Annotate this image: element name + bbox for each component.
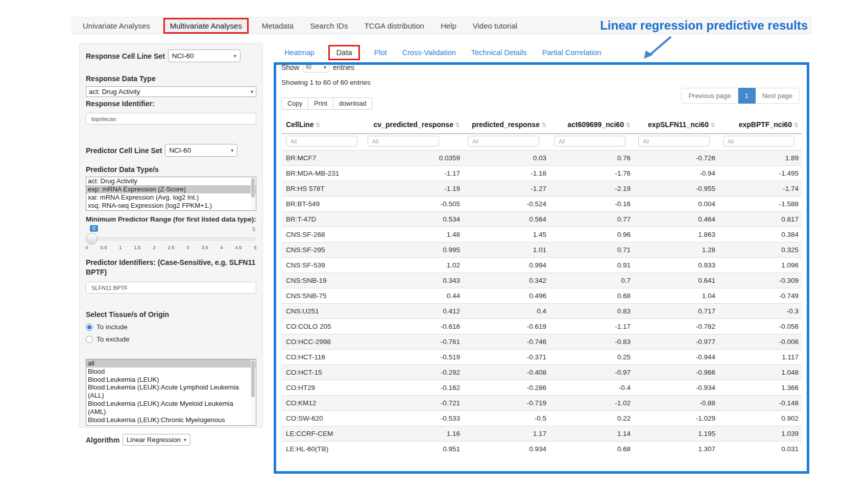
column-header-expslfn11-nci60[interactable]: expSLFN11_nci60⇅: [634, 116, 718, 134]
value-cell: -0.533: [363, 411, 463, 426]
annotation-arrow-icon: [637, 34, 678, 63]
tissue-option-blood[interactable]: Blood: [86, 368, 256, 376]
min-predictor-range-slider[interactable]: 0 5 00.511.522.533.544.55: [86, 225, 256, 254]
filter-input-cv-predicted-response[interactable]: All: [368, 136, 439, 147]
response-cell-line-set-select[interactable]: NCI-60 ▾: [168, 50, 240, 62]
column-header-expbptf-nci60[interactable]: expBPTF_nci60⇅: [718, 116, 802, 134]
column-header-act609699-nci60[interactable]: act609699_nci60⇅: [549, 116, 634, 134]
table-row[interactable]: CO:HT29-0.162-0.286-0.4-0.9341.366: [281, 380, 802, 396]
table-row[interactable]: CNS:SNB-190.3430.3420.70.641-0.309: [281, 273, 802, 288]
page-1-button[interactable]: 1: [738, 88, 756, 104]
table-row[interactable]: BR:BT-549-0.505-0.524-0.160.004-1.588: [281, 197, 802, 212]
table-row[interactable]: CNS:SNB-750.440.4960.681.04-0.749: [281, 288, 802, 304]
table-row[interactable]: CO:KM12-0.721-0.719-1.02-0.88-0.148: [281, 396, 802, 411]
table-row[interactable]: BR:MCF70.03590.030.76-0.7261.89: [281, 151, 802, 166]
tab-technical-details[interactable]: Technical Details: [471, 48, 527, 57]
previous-page-button[interactable]: Previous page: [681, 88, 738, 104]
analysis-settings-sidebar: Response Cell Line Set NCI-60 ▾ Response…: [79, 43, 263, 428]
predictor-type-option-xai[interactable]: xai: mRNA Expression (Avg. log2 Int.): [86, 193, 256, 202]
tissue-option-blood-leukemia-leuk-chronic-myelogenous-[interactable]: Blood:Leukemia (LEUK):Chronic Myelogenou…: [86, 416, 256, 426]
value-cell: -0.749: [718, 288, 802, 304]
value-cell: 1.117: [718, 350, 802, 365]
nav-item-search-ids[interactable]: Search IDs: [310, 21, 348, 30]
table-row[interactable]: CO:COLO 205-0.616-0.619-1.17-0.782-0.056: [281, 319, 802, 334]
table-row[interactable]: CNS:SF-2681.481.450.961.8630.384: [281, 227, 802, 242]
cell-line-name: CO:HCT-15: [281, 365, 363, 380]
column-header-cv-predicted-response[interactable]: cv_predicted_response⇅: [363, 116, 463, 134]
table-row[interactable]: BR:MDA-MB-231-1.17-1.18-1.76-0.94-1.495: [281, 166, 802, 181]
table-row[interactable]: BR:HS 578T-1.19-1.27-2.19-0.955-1.74: [281, 181, 802, 197]
copy-button[interactable]: Copy: [281, 97, 308, 110]
table-row[interactable]: LE:HL-60(TB)0.9510.9340.681.3070.031: [281, 442, 802, 457]
predictor-data-types-listbox[interactable]: act: Drug Activityexp: mRNA Expression (…: [86, 177, 256, 211]
download-button[interactable]: download: [333, 97, 373, 110]
sort-icon[interactable]: ⇅: [793, 121, 799, 129]
scrollbar[interactable]: [251, 360, 255, 425]
show-entries-select[interactable]: 60 ▾: [303, 62, 329, 72]
scrollbar[interactable]: [251, 178, 255, 210]
nav-item-video-tutorial[interactable]: Video tutorial: [473, 21, 517, 30]
filter-cell-expslfn11-nci60: All: [634, 134, 718, 151]
radio-to-include[interactable]: [86, 324, 93, 331]
results-table: CellLine⇅cv_predicted_response⇅predicted…: [281, 116, 802, 456]
tissue-option-blood-leukemia-leuk[interactable]: Blood:Leukemia (LEUK): [86, 376, 256, 384]
value-cell: 1.096: [718, 258, 802, 273]
nav-item-help[interactable]: Help: [441, 21, 456, 30]
predictor-identifiers-input[interactable]: SLFN11 BPTF: [86, 282, 256, 294]
annotation-text: Linear regression predictive results: [600, 18, 808, 33]
filter-input-predicted-response[interactable]: All: [468, 136, 539, 147]
sort-icon[interactable]: ⇅: [625, 121, 631, 129]
filter-input-expbptf-nci60[interactable]: All: [723, 136, 794, 147]
table-row[interactable]: LE:CCRF-CEM1.161.171.141.1951.039: [281, 426, 802, 442]
tab-cross-validation[interactable]: Cross-Validation: [402, 48, 455, 57]
table-row[interactable]: CO:HCC-2998-0.761-0.746-0.83-0.977-0.006: [281, 334, 802, 350]
tissue-option-blood-leukemia-leuk-acute-myeloid-leukem[interactable]: Blood:Leukemia (LEUK):Acute Myeloid Leuk…: [86, 400, 256, 416]
predictor-type-option-act[interactable]: act: Drug Activity: [86, 177, 256, 185]
response-data-type-select[interactable]: act: Drug Activity ▾: [86, 86, 256, 97]
response-identifier-input[interactable]: topotecan: [86, 113, 256, 125]
slider-handle[interactable]: [86, 233, 98, 245]
tab-data[interactable]: Data: [328, 45, 360, 60]
table-row[interactable]: CNS:SF-5391.020.9940.910.9331.096: [281, 258, 802, 273]
print-button[interactable]: Print: [308, 97, 333, 110]
value-cell: -0.056: [718, 319, 802, 334]
table-row[interactable]: CO:SW-620-0.533-0.50.22-1.0290.902: [281, 411, 802, 426]
column-header-predicted-response[interactable]: predicted_response⇅: [463, 116, 549, 134]
tissue-option-all[interactable]: all: [86, 359, 256, 368]
value-cell: -0.309: [718, 273, 802, 288]
sort-icon[interactable]: ⇅: [455, 121, 460, 129]
filter-input-expslfn11-nci60[interactable]: All: [638, 136, 710, 147]
table-row[interactable]: BR:T-47D0.5340.5640.770.4640.817: [281, 212, 802, 227]
filter-input-act609699-nci60[interactable]: All: [554, 136, 625, 147]
value-cell: -1.27: [463, 181, 549, 197]
radio-to-exclude[interactable]: [86, 336, 93, 343]
algorithm-select[interactable]: Linear Regression ▾: [123, 434, 190, 446]
nav-item-metadata[interactable]: Metadata: [262, 21, 294, 30]
table-row[interactable]: CO:HCT-116-0.519-0.3710.25-0.9441.117: [281, 350, 802, 365]
nav-item-multivariate-analyses[interactable]: Multivariate Analyses: [163, 18, 249, 34]
table-row[interactable]: CNS:U2510.4120.40.830.717-0.3: [281, 304, 802, 319]
table-row[interactable]: CNS:SF-2950.9951.010.711.280.325: [281, 242, 802, 258]
sort-icon[interactable]: ⇅: [315, 121, 320, 129]
next-page-button[interactable]: Next page: [756, 88, 800, 104]
tissue-option-blood-leukemia-leuk-acute-lymphoid-leuke[interactable]: Blood:Leukemia (LEUK):Acute Lymphoid Leu…: [86, 383, 256, 400]
value-cell: -1.18: [463, 166, 549, 181]
nav-item-tcga-distribution[interactable]: TCGA distribution: [364, 21, 424, 30]
filter-input-cellline[interactable]: All: [286, 136, 357, 147]
tissue-listbox[interactable]: allBloodBlood:Leukemia (LEUK)Blood:Leuke…: [86, 359, 256, 426]
sort-icon[interactable]: ⇅: [710, 121, 715, 129]
slider-track[interactable]: [87, 237, 255, 240]
value-cell: 1.02: [363, 258, 463, 273]
tab-partial-correlation[interactable]: Partial Correlation: [542, 48, 601, 57]
table-row[interactable]: CO:HCT-15-0.292-0.408-0.97-0.9661.048: [281, 365, 802, 380]
tab-heatmap[interactable]: Heatmap: [284, 48, 315, 57]
slider-value-badge: 0: [90, 225, 98, 232]
slider-tick-4: 4: [220, 245, 223, 250]
predictor-type-option-xsq[interactable]: xsq: RNA-seq Expression (log2 FPKM+1.): [86, 202, 256, 210]
predictor-type-option-exp[interactable]: exp: mRNA Expression (Z-Score): [86, 185, 256, 193]
nav-item-univariate-analyses[interactable]: Univariate Analyses: [83, 21, 150, 30]
sort-icon[interactable]: ⇅: [541, 121, 546, 129]
tab-plot[interactable]: Plot: [374, 48, 387, 57]
column-header-cellline[interactable]: CellLine⇅: [281, 116, 363, 134]
predictor-cell-line-set-select[interactable]: NCI-60 ▾: [165, 144, 237, 157]
